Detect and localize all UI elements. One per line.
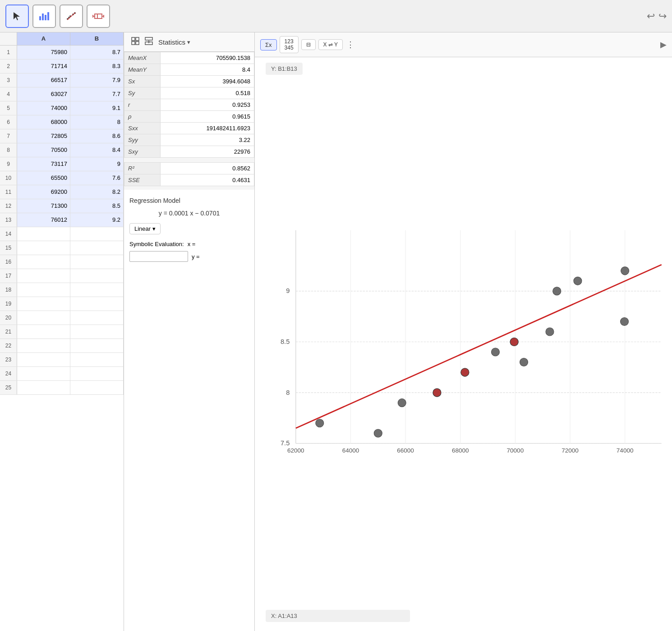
table-row: 3665177.9 [0,73,124,87]
cell-a[interactable]: 65500 [17,171,70,185]
cell-a[interactable] [17,255,70,269]
cell-b[interactable]: 8.7 [70,46,124,59]
cell-a[interactable] [17,381,70,394]
stat-value: 22976 [161,146,254,158]
cell-b[interactable]: 8.5 [70,199,124,213]
resize-icon: ⊟ [306,41,311,48]
cell-b[interactable] [70,339,124,352]
table-row: 2717148.3 [0,59,124,73]
table-row: 23 [0,353,124,367]
cell-b[interactable] [70,255,124,269]
cell-a[interactable] [17,325,70,338]
cell-a[interactable]: 75980 [17,46,70,59]
cell-b[interactable]: 8.3 [70,59,124,73]
cell-b[interactable]: 8.2 [70,185,124,199]
cell-a[interactable]: 71714 [17,59,70,73]
cell-b[interactable] [70,283,124,297]
regression-type-label: Linear [134,225,151,232]
regression-formula: y = 0.0001 x − 0.0701 [129,210,249,217]
cell-a[interactable] [17,283,70,297]
statistics-dropdown[interactable]: Statistics ▾ [158,38,190,46]
redo-button[interactable]: ↪ [658,10,667,22]
svg-rect-21 [145,37,152,40]
sigma-button[interactable]: Σx [260,39,277,50]
cell-a[interactable]: 72805 [17,129,70,143]
grid-icon-btn[interactable] [129,36,141,48]
cell-b[interactable] [70,353,124,366]
stat-value: 8.4 [161,64,254,76]
cell-a[interactable] [17,241,70,255]
row-number: 8 [0,143,17,157]
cell-b[interactable] [70,241,124,255]
add-row-icon-btn[interactable] [143,36,155,48]
svg-marker-0 [14,12,20,20]
cell-b[interactable] [70,367,124,380]
cell-b[interactable]: 7.9 [70,73,124,87]
cell-a[interactable]: 71300 [17,199,70,213]
cell-b[interactable] [70,381,124,394]
stat-row: Sy0.518 [124,87,254,99]
swap-xy-button[interactable]: X ⇌ Y [318,39,343,50]
svg-rect-2 [42,14,44,20]
undo-button[interactable]: ↩ [647,10,655,22]
cell-b[interactable] [70,311,124,325]
stats-dropdown-icon: ▾ [187,39,190,46]
cell-a[interactable] [17,353,70,366]
cell-a[interactable] [17,367,70,380]
cell-b[interactable]: 9.1 [70,101,124,115]
x-input[interactable] [129,251,188,262]
cell-b[interactable]: 7.7 [70,87,124,101]
cell-a[interactable] [17,311,70,325]
table-row: 14 [0,227,124,241]
resize-button[interactable]: ⊟ [301,39,316,50]
point-10 [374,429,382,437]
point-2 [520,358,528,366]
collapse-button[interactable]: ▶ [660,40,667,50]
regression-type-dropdown[interactable]: Linear ▾ [129,223,161,234]
stats-panel: Statistics ▾ MeanX705590.1538MeanY8.4Sx3… [124,32,255,631]
cell-b[interactable] [70,227,124,241]
point-8 [491,348,499,356]
col-header-a[interactable]: A [17,32,70,45]
cell-b[interactable] [70,297,124,311]
cell-b[interactable] [70,269,124,283]
cell-a[interactable] [17,227,70,241]
svg-rect-3 [45,15,46,20]
stat-value: 191482411.6923 [161,123,254,134]
chart-tool[interactable] [32,5,56,28]
more-options-button[interactable]: ⋮ [346,40,354,50]
table-view-button[interactable]: 123345 [280,36,299,53]
cell-a[interactable]: 68000 [17,115,70,129]
cell-a[interactable] [17,297,70,311]
highlight-12 [510,338,518,346]
cell-b[interactable]: 8.6 [70,129,124,143]
cell-b[interactable]: 8 [70,115,124,129]
cursor-tool[interactable] [5,5,29,28]
table-row: 1759808.7 [0,46,124,59]
boxplot-tool[interactable] [87,5,110,28]
cell-a[interactable]: 74000 [17,101,70,115]
cell-b[interactable]: 8.4 [70,143,124,157]
scatter-tool[interactable] [60,5,83,28]
cell-a[interactable]: 73117 [17,157,70,171]
row-number: 16 [0,255,17,269]
cell-a[interactable]: 69200 [17,185,70,199]
cell-a[interactable]: 70500 [17,143,70,157]
cell-a[interactable]: 76012 [17,213,70,227]
cell-a[interactable] [17,269,70,283]
col-header-b[interactable]: B [70,32,124,45]
cell-b[interactable]: 9 [70,157,124,171]
cell-b[interactable]: 9.2 [70,213,124,227]
y-label: y = [192,253,200,260]
cell-b[interactable] [70,325,124,338]
svg-rect-20 [136,41,139,45]
cell-a[interactable]: 63027 [17,87,70,101]
cell-b[interactable]: 7.6 [70,171,124,185]
cell-a[interactable]: 66517 [17,73,70,87]
row-number: 12 [0,199,17,213]
cell-a[interactable] [17,339,70,352]
table-row: 21 [0,325,124,339]
symbolic-label: Symbolic Evaluation: [129,241,184,247]
stat-value: 0.9615 [161,111,254,123]
stat-label: Sxy [124,146,161,158]
